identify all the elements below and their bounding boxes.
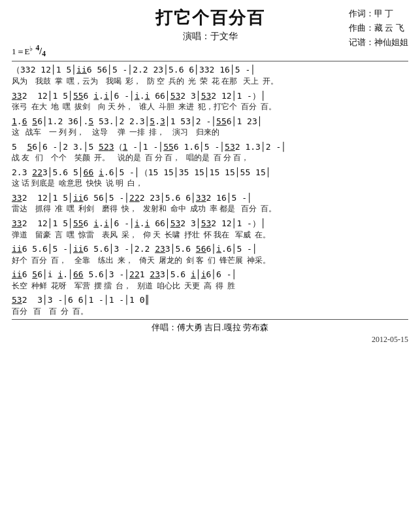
- lyric-4: 战 友 们 个个 笑颜 开。 说的是 百 分 百， 唱的是 百 分 百，: [12, 153, 408, 163]
- notation-7: 332 12│1 5│556 i.i│6 -│i.i 66│532 3│532 …: [12, 217, 408, 230]
- notation-2: 332 12│1 5│556 i.i│6 -│i.i 66│532 3│532 …: [12, 90, 408, 103]
- stave-5: 2.3 223│5.6 5│66 i.6│5 -│（15 15│35 15│15…: [12, 166, 408, 189]
- lyricist: 作词：甲 丁: [349, 7, 408, 21]
- stave-3: 1.6 56│1.2 36│.5 53.│2 2.3│5.3│1 53│2 -│…: [12, 115, 408, 138]
- title-area: 打它个百分百 演唱：于文华 作词：甲 丁 作曲：藏 云 飞 记谱：神仙姐姐: [12, 7, 408, 43]
- lyric-2: 张弓 在大 地 嘿 拔剑 向 天 外， 谁人 斗胆 来进 犯，打它个 百分 百。: [12, 102, 408, 112]
- stave-1: （332 12│1 5│ii6 56│5 -│2.2 23│5.6 6│332 …: [12, 63, 408, 86]
- notation-6: 332 12│1 5│ii6 56│5 -│222 23│5.6 6│332 1…: [12, 192, 408, 205]
- stave-8: ii6 5.6│5 -│ii6 5.6│3 -│2.2 233│5.6 566│…: [12, 243, 408, 266]
- notation-3: 1.6 56│1.2 36│.5 53.│2 2.3│5.3│1 53│2 -│…: [12, 115, 408, 128]
- stave-6: 332 12│1 5│ii6 56│5 -│222 23│5.6 6│332 1…: [12, 192, 408, 214]
- all-staves: （332 12│1 5│ii6 56│5 -│2.2 23│5.6 6│332 …: [12, 63, 408, 317]
- credits-block: 作词：甲 丁 作曲：藏 云 飞 记谱：神仙姐姐: [349, 7, 408, 50]
- bottom-divider: [12, 319, 408, 320]
- stave-4: 5 56│6 -│2 3.│5 523（1 -│1 -│556 1.6│5 -│…: [12, 141, 408, 163]
- lyric-9: 长空 种鲜 花呀 军营 摆 擂 台， 别道 咱心比 天更 高 得 胜: [12, 281, 408, 292]
- stave-7: 332 12│1 5│556 i.i│6 -│i.i 66│532 3│532 …: [12, 217, 408, 240]
- composer: 作曲：藏 云 飞: [349, 21, 408, 35]
- notation-credit: 记谱：神仙姐姐: [349, 35, 408, 50]
- top-divider: [12, 61, 408, 61]
- time-sig: 4/4: [35, 44, 46, 58]
- notation-8: ii6 5.6│5 -│ii6 5.6│3 -│2.2 233│5.6 566│…: [12, 243, 408, 256]
- notation-5: 2.3 223│5.6 5│66 i.6│5 -│（15 15│35 15│15…: [12, 166, 408, 179]
- footer: 伴唱：傅大勇 吉日.嘎拉 劳布森: [12, 322, 408, 334]
- tempo: 1＝E♭: [12, 44, 33, 58]
- notation-9: ii6 56│i i.│66 5.6│3 -│221 233│5.6 i│i6│…: [12, 268, 408, 281]
- stave-9: ii6 56│i i.│66 5.6│3 -│221 233│5.6 i│i6│…: [12, 268, 408, 291]
- lyric-3: 这 战车 一 列 列， 这导 弹 一排 排， 演习 归来的: [12, 128, 408, 138]
- notation-1: （332 12│1 5│ii6 56│5 -│2.2 23│5.6 6│332 …: [12, 63, 408, 77]
- stave-2: 332 12│1 5│556 i.i│6 -│i.i 66│532 3│532 …: [12, 90, 408, 112]
- date: 2012-05-15: [12, 335, 408, 345]
- lyric-8: 好个 百分 百， 全靠 练出 来， 倚天 屠龙的 剑 客 们 锋芒展 神采。: [12, 256, 408, 266]
- lyric-1: 风为 我鼓 掌 嘿，云为 我喝 彩， 防 空 兵的 光 荣 花 在那 天上 开。: [12, 77, 408, 87]
- notation-4: 5 56│6 -│2 3.│5 523（1 -│1 -│556 1.6│5 -│…: [12, 141, 408, 154]
- lyric-7: 弹道 留豪 言 嘿 惊雷 表风 采， 仰 天 长啸 抒壮 怀 我在 军威 在。: [12, 230, 408, 241]
- lyric-5: 这 话 到底是 啥意思 快快 说 明 白，: [12, 179, 408, 189]
- lyric-6: 雷达 抓得 准 嘿 利剑 磨得 快， 发射和 命中 成功 率 都是 百分 百。: [12, 204, 408, 214]
- notation-10: 532 3│3 -│6 6│1 -│1 -│1 0║: [12, 294, 408, 307]
- lyric-10: 百分 百 百 分 百。: [12, 307, 408, 317]
- stave-10: 532 3│3 -│6 6│1 -│1 -│1 0║ 百分 百 百 分 百。: [12, 294, 408, 317]
